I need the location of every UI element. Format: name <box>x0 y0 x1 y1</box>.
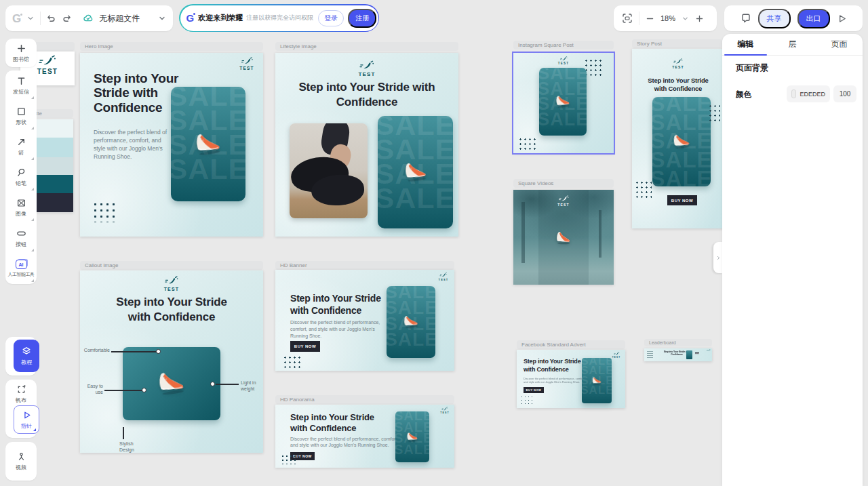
callout-line <box>123 427 124 439</box>
section-title: 页面背景 <box>736 62 768 74</box>
ad-headline: Step into Your Stride with Confidence <box>644 77 712 94</box>
artboard-tab-hd-panorama[interactable]: HD Panorama <box>275 395 454 404</box>
artboard-leaderboard[interactable]: Step into Your Stride with Confidence BU… <box>644 348 712 361</box>
artboard-facebook[interactable]: TEST Step into Your Stride with Confiden… <box>517 350 625 408</box>
artboard-story[interactable]: TEST Step into Your Stride with Confiden… <box>632 49 724 228</box>
tab-layers[interactable]: 层 <box>769 34 816 55</box>
sidebar-library-card: 图书馆 <box>5 39 37 67</box>
pin-icon <box>16 451 26 462</box>
sidebar-item-video[interactable]: 视频 <box>5 442 37 481</box>
sidebar-item-pencil[interactable]: 铅笔 <box>5 162 37 193</box>
arrow-icon <box>16 137 26 147</box>
artboard-tab-hero[interactable]: Hero Image <box>80 42 263 51</box>
sidebar-item-label: 指针 <box>21 422 32 430</box>
sidebar-item-shapes[interactable]: 形状 <box>5 101 37 131</box>
redo-icon[interactable] <box>62 14 72 24</box>
submenu-corner-icon <box>31 188 34 190</box>
tab-pages[interactable]: 页面 <box>816 34 863 55</box>
export-button[interactable]: 出口 <box>797 9 830 28</box>
buy-now-button[interactable]: BUY NOW <box>290 341 320 352</box>
login-button[interactable]: 登录 <box>318 10 344 26</box>
feature-panel <box>123 347 220 420</box>
submenu-corner-icon <box>31 127 34 129</box>
callout-dot <box>142 388 146 392</box>
sale-panel: SALESALESALESALESALE <box>652 97 711 186</box>
color-picker[interactable]: EDEDED <box>787 85 830 102</box>
chevron-down-icon[interactable] <box>26 14 35 22</box>
sidebar-tutorial-card: 教程 <box>5 337 37 376</box>
test-logo: TEST <box>437 272 450 281</box>
dots-pattern <box>520 395 532 404</box>
zoom-in-icon[interactable] <box>695 14 704 23</box>
sale-panel: SALESALESALESALE <box>387 286 435 358</box>
artboard-callout[interactable]: TEST Step into Your Stride with Confiden… <box>80 270 263 453</box>
sidebar-item-ai-tools[interactable]: AI 人工智能工具 <box>5 254 37 284</box>
ad-headline: Step into Your Stride with Confidence <box>290 293 392 317</box>
sale-panel: SALESALESALESALE <box>378 116 453 228</box>
plus-icon <box>16 43 26 54</box>
document-title[interactable]: 无标题文件 <box>99 13 140 24</box>
brand-word: TEST <box>557 203 570 207</box>
submenu-corner-icon <box>31 218 34 221</box>
fit-screen-icon[interactable] <box>622 13 633 24</box>
play-icon[interactable] <box>837 14 847 24</box>
sidebar-item-text[interactable]: 发短信 <box>5 70 37 101</box>
artboard-label: Callout Image <box>85 262 118 268</box>
signup-button[interactable]: 注册 <box>348 9 376 28</box>
artboard-instagram[interactable]: TEST SALESALESALESALE <box>513 53 614 153</box>
app-logo[interactable]: G <box>12 13 21 24</box>
brand-mark-icon <box>240 57 254 66</box>
sidebar-item-pointer[interactable]: 指针 <box>14 405 39 434</box>
callout-label: Light in weight <box>241 380 262 392</box>
test-logo: TEST <box>555 56 572 66</box>
artboard-tab-callout[interactable]: Callout Image <box>80 261 263 270</box>
ad-headline: Step into Your Stride with Confidence <box>524 358 586 373</box>
undo-icon[interactable] <box>46 14 56 24</box>
zoom-level[interactable]: 18% <box>660 14 675 22</box>
dots-pattern <box>283 355 302 369</box>
share-button[interactable]: 共享 <box>758 9 791 28</box>
artboard-label: HD Banner <box>280 262 307 268</box>
artboard-lifestyle[interactable]: TEST Step into Your Stride with Confiden… <box>275 53 458 237</box>
text-icon <box>16 76 26 86</box>
artboard-hd-banner[interactable]: TEST Step into Your Stride with Confiden… <box>275 270 454 371</box>
artboard-tab-facebook[interactable]: Facebook Standard Advert <box>517 340 625 349</box>
sidebar-item-image[interactable]: 图像 <box>5 193 37 223</box>
shape-icon <box>16 106 26 117</box>
buy-now-button[interactable]: BUY NOW <box>667 195 697 205</box>
zoom-out-icon[interactable] <box>646 14 654 23</box>
chevron-down-icon[interactable] <box>158 14 166 22</box>
artboard-label: Lifestyle Image <box>280 43 317 49</box>
artboard-tab-square-videos[interactable]: Square Videos <box>513 179 614 188</box>
ai-icon: AI <box>16 260 27 269</box>
brand-word: TEST <box>440 412 450 415</box>
color-swatch[interactable] <box>791 89 796 98</box>
comment-icon[interactable] <box>741 13 751 24</box>
tab-edit[interactable]: 编辑 <box>722 34 769 55</box>
artboard-tab-leaderboard[interactable]: Leaderboard <box>644 339 712 346</box>
artboard-label: Hero Image <box>85 43 113 49</box>
artboard-tab-story[interactable]: Story Post <box>632 39 722 48</box>
artboard-tab-instagram[interactable]: Instagram Square Post <box>513 41 614 49</box>
ad-headline: Step into Your Stride with Confidence <box>289 80 445 110</box>
artboard-label: HD Panorama <box>280 397 315 403</box>
sneaker-image <box>590 375 604 385</box>
sidebar-item-arrow[interactable]: 箭 <box>5 131 37 162</box>
artboard-tab-hd-banner[interactable]: HD Banner <box>275 261 454 270</box>
callout-label: Easy to use <box>81 383 103 395</box>
buy-now-button[interactable]: BUY NOW <box>524 387 544 393</box>
sidebar-item-canvas[interactable]: 帆布 <box>5 380 37 405</box>
sidebar-item-button[interactable]: 按钮 <box>5 223 37 254</box>
sidebar-item-tutorial[interactable]: 教程 <box>14 340 39 372</box>
artboard-square-videos[interactable]: TEST <box>513 190 614 285</box>
sidebar-item-library[interactable]: 图书馆 <box>5 39 37 67</box>
artboard-hd-panorama[interactable]: TEST Step into Your Stride with Confiden… <box>275 405 454 468</box>
opacity-input[interactable]: 100 <box>833 85 856 102</box>
artboard-tab-lifestyle[interactable]: Lifestyle Image <box>275 42 458 51</box>
tree-trunk <box>521 202 525 263</box>
artboard-hero[interactable]: TEST Step into Your Stride with Confiden… <box>80 53 263 237</box>
chevron-down-icon[interactable] <box>682 15 689 22</box>
buy-now-button[interactable]: BUY NOW <box>695 352 699 354</box>
panel-collapse-handle[interactable] <box>713 242 723 273</box>
dots-pattern <box>518 137 538 152</box>
